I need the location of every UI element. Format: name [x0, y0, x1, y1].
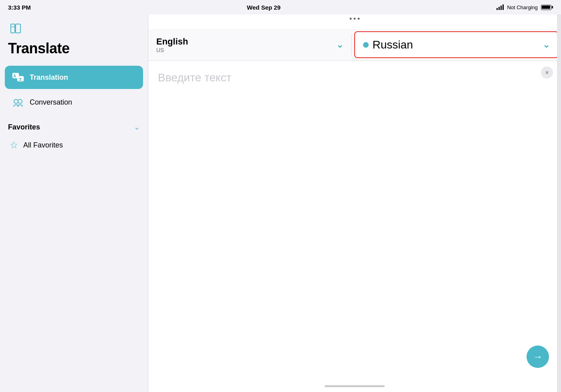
translation-area[interactable]: × Введите текст — [148, 61, 561, 392]
conversation-nav-label: Conversation — [30, 98, 72, 107]
scroll-track — [557, 14, 561, 392]
conversation-icon — [11, 95, 25, 109]
more-menu[interactable] — [350, 18, 360, 20]
svg-text:A: A — [13, 74, 16, 78]
language-bar: English US ⌄ Russian ⌄ — [148, 29, 561, 61]
status-date: Wed Sep 29 — [247, 4, 280, 11]
svg-text:文: 文 — [18, 77, 22, 81]
main-layout: Translate A 文 Translation — [0, 14, 561, 392]
source-lang-info: English US — [156, 36, 332, 53]
dot-1 — [350, 18, 352, 20]
target-language-selector[interactable]: Russian ⌄ — [354, 31, 559, 58]
svg-rect-0 — [11, 24, 15, 33]
svg-point-7 — [14, 99, 18, 103]
all-favorites-label: All Favorites — [23, 141, 63, 150]
battery-icon — [541, 5, 553, 10]
translation-icon: A 文 — [11, 71, 25, 84]
translation-nav-label: Translation — [30, 73, 68, 82]
sidebar-item-conversation[interactable]: Conversation — [5, 91, 143, 114]
home-indicator — [325, 385, 385, 387]
lang-divider — [351, 34, 352, 55]
target-lang-name: Russian — [373, 38, 539, 51]
favorites-chevron[interactable]: ⌄ — [134, 123, 140, 131]
status-center: Wed Sep 29 — [247, 4, 280, 11]
favorites-section: Favorites ⌄ ☆ All Favorites — [0, 115, 148, 154]
charging-status: Not Charging — [507, 4, 538, 10]
main-content: English US ⌄ Russian ⌄ × Введите текст → — [148, 14, 561, 392]
wifi-icon — [496, 4, 504, 10]
svg-point-8 — [18, 99, 22, 103]
source-lang-chevron[interactable]: ⌄ — [336, 40, 343, 50]
sidebar: Translate A 文 Translation — [0, 14, 148, 392]
input-placeholder: Введите текст — [158, 69, 551, 84]
source-language-selector[interactable]: English US ⌄ — [148, 29, 351, 61]
sidebar-toggle-button[interactable] — [8, 21, 23, 36]
dot-2 — [354, 18, 356, 20]
app-title: Translate — [0, 40, 148, 65]
source-lang-region: US — [156, 47, 332, 53]
sidebar-header — [0, 21, 148, 40]
all-favorites-item[interactable]: ☆ All Favorites — [8, 136, 140, 154]
target-lang-dot — [363, 42, 369, 48]
sidebar-icon — [10, 23, 21, 34]
status-time: 3:33 PM — [8, 4, 31, 11]
forward-button[interactable]: → — [527, 346, 549, 368]
svg-rect-1 — [16, 24, 20, 33]
dot-3 — [358, 18, 360, 20]
status-bar: 3:33 PM Wed Sep 29 Not Charging — [0, 0, 561, 14]
source-lang-name: English — [156, 36, 332, 47]
sidebar-item-translation[interactable]: A 文 Translation — [5, 66, 143, 89]
status-right: Not Charging — [496, 4, 553, 10]
favorites-title: Favorites — [8, 123, 40, 131]
star-icon: ☆ — [10, 139, 18, 151]
close-button[interactable]: × — [541, 67, 553, 79]
target-lang-chevron[interactable]: ⌄ — [543, 40, 550, 50]
favorites-header: Favorites ⌄ — [8, 123, 140, 131]
